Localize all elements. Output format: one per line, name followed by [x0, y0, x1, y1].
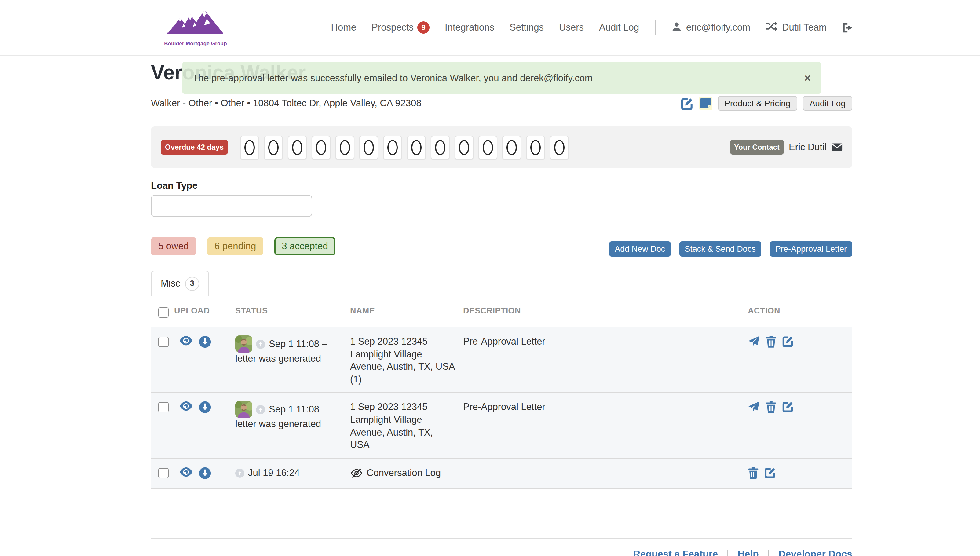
- edit-doc-icon[interactable]: [764, 467, 776, 478]
- sign-out-icon[interactable]: [842, 22, 854, 33]
- table-row: Sep 1 11:08 – letter was generated1 Sep …: [151, 327, 852, 393]
- upload-status-icon: [256, 406, 265, 418]
- download-doc-icon[interactable]: [199, 467, 211, 480]
- footer-link-help[interactable]: Help: [738, 549, 759, 556]
- milestone-circle-6[interactable]: [359, 135, 378, 159]
- footer-link-request-a-feature[interactable]: Request a Feature: [633, 549, 718, 556]
- contact-name: Eric Dutil: [789, 142, 827, 153]
- footer-link-developer-docs[interactable]: Developer Docs: [778, 549, 852, 556]
- nav-item-users[interactable]: Users: [559, 22, 584, 33]
- circle-icon: [435, 140, 446, 155]
- circle-icon: [554, 140, 565, 155]
- edit-doc-icon[interactable]: [782, 401, 794, 413]
- stack-send-docs-button[interactable]: Stack & Send Docs: [679, 241, 761, 257]
- circle-icon: [483, 140, 493, 155]
- circle-icon: [530, 140, 541, 155]
- table-row: Sep 1 11:08 – letter was generated1 Sep …: [151, 393, 852, 458]
- status-cell: Sep 1 11:08 – letter was generated: [235, 335, 350, 386]
- tab-bar: Misc 3: [151, 271, 852, 296]
- doc-name: Conversation Log: [366, 467, 441, 478]
- select-all-checkbox[interactable]: [158, 307, 169, 318]
- pre-approval-letter-button[interactable]: Pre-Approval Letter: [770, 241, 852, 257]
- milestone-circle-8[interactable]: [407, 135, 426, 159]
- note-icon[interactable]: [699, 97, 712, 110]
- delete-doc-icon[interactable]: [765, 335, 777, 348]
- nav-item-label: Settings: [510, 22, 544, 33]
- circle-icon: [292, 140, 302, 155]
- avatar: [235, 401, 252, 418]
- nav-item-audit-log[interactable]: Audit Log: [599, 22, 639, 33]
- milestone-circle-11[interactable]: [478, 135, 497, 159]
- milestone-circle-14[interactable]: [550, 135, 569, 159]
- close-icon[interactable]: ×: [804, 73, 811, 83]
- download-doc-icon[interactable]: [199, 401, 211, 414]
- nav-item-integrations[interactable]: Integrations: [445, 22, 494, 33]
- team-switcher[interactable]: Dutil Team: [765, 21, 827, 34]
- prospect-subtitle: Walker - Other • Other • 10804 Toltec Dr…: [151, 98, 421, 109]
- user-email: eric@floify.com: [686, 22, 750, 33]
- status-cell: Sep 1 11:08 – letter was generated: [235, 401, 350, 451]
- success-alert: The pre-approval letter was successfully…: [182, 62, 821, 94]
- milestone-circle-3[interactable]: [288, 135, 307, 159]
- main-nav: HomeProspects9IntegrationsSettingsUsersA…: [331, 0, 854, 55]
- loan-type-input[interactable]: [151, 195, 312, 217]
- name-cell: 1 Sep 2023 12345 Lamplight Village Avenu…: [350, 335, 463, 386]
- doc-buttons: Add New DocStack & Send DocsPre-Approval…: [151, 241, 852, 257]
- description-cell: [463, 467, 748, 482]
- circle-icon: [387, 140, 398, 155]
- milestone-circle-4[interactable]: [312, 135, 331, 159]
- footer-separator: |: [727, 549, 729, 556]
- milestone-circle-5[interactable]: [336, 135, 354, 159]
- nav-item-label: Audit Log: [599, 22, 639, 33]
- brand-name: Boulder Mortgage Group: [161, 40, 230, 47]
- loan-type-label: Loan Type: [151, 180, 198, 191]
- header-actions: Product & Pricing Audit Log: [680, 96, 852, 111]
- delete-doc-icon[interactable]: [748, 467, 759, 479]
- shuffle-icon: [765, 21, 778, 34]
- nav-item-label: Home: [331, 22, 357, 33]
- milestone-circle-1[interactable]: [240, 135, 259, 159]
- milestone-circle-9[interactable]: [431, 135, 450, 159]
- envelope-icon[interactable]: [831, 143, 843, 152]
- circle-icon: [244, 140, 255, 155]
- prospects-count-badge: 9: [417, 21, 429, 34]
- row-checkbox[interactable]: [158, 468, 169, 478]
- nav-item-label: Integrations: [445, 22, 494, 33]
- brand-logo[interactable]: Boulder Mortgage Group: [161, 7, 230, 47]
- row-checkbox[interactable]: [158, 337, 169, 347]
- circle-icon: [316, 140, 326, 155]
- milestone-circle-10[interactable]: [455, 135, 473, 159]
- edit-doc-icon[interactable]: [782, 335, 794, 347]
- doc-name: 1 Sep 2023 12345 Lamplight Village Avenu…: [350, 402, 433, 450]
- product-pricing-button[interactable]: Product & Pricing: [718, 96, 797, 111]
- nav-item-home[interactable]: Home: [331, 22, 357, 33]
- milestone-circle-7[interactable]: [383, 135, 402, 159]
- doc-name: 1 Sep 2023 12345 Lamplight Village Avenu…: [350, 336, 455, 384]
- send-doc-icon[interactable]: [748, 401, 760, 413]
- row-checkbox[interactable]: [158, 402, 169, 413]
- nav-item-prospects[interactable]: Prospects9: [371, 21, 429, 34]
- name-cell: Conversation Log: [350, 467, 463, 482]
- download-doc-icon[interactable]: [199, 335, 211, 348]
- milestone-circle-13[interactable]: [526, 135, 545, 159]
- milestone-circles: [240, 135, 569, 159]
- view-doc-icon[interactable]: [179, 467, 193, 477]
- user-email-menu[interactable]: eric@floify.com: [672, 21, 750, 34]
- tab-misc[interactable]: Misc 3: [151, 271, 209, 296]
- add-new-doc-button[interactable]: Add New Doc: [609, 241, 670, 257]
- view-doc-icon[interactable]: [179, 401, 193, 412]
- mountains-logo-icon: [166, 31, 225, 42]
- nav-item-settings[interactable]: Settings: [510, 22, 544, 33]
- edit-prospect-icon[interactable]: [680, 97, 693, 110]
- view-doc-icon[interactable]: [179, 335, 193, 346]
- send-doc-icon[interactable]: [748, 335, 760, 348]
- eye-slash-icon: [350, 468, 363, 482]
- contact-block: Your Contact Eric Dutil: [730, 140, 843, 155]
- milestone-circle-2[interactable]: [264, 135, 283, 159]
- circle-icon: [340, 140, 350, 155]
- table-header: UPLOAD STATUS NAME DESCRIPTION ACTION: [151, 296, 852, 327]
- delete-doc-icon[interactable]: [765, 401, 777, 413]
- audit-log-button[interactable]: Audit Log: [803, 96, 852, 111]
- milestone-circle-12[interactable]: [502, 135, 521, 159]
- col-name: NAME: [350, 306, 463, 318]
